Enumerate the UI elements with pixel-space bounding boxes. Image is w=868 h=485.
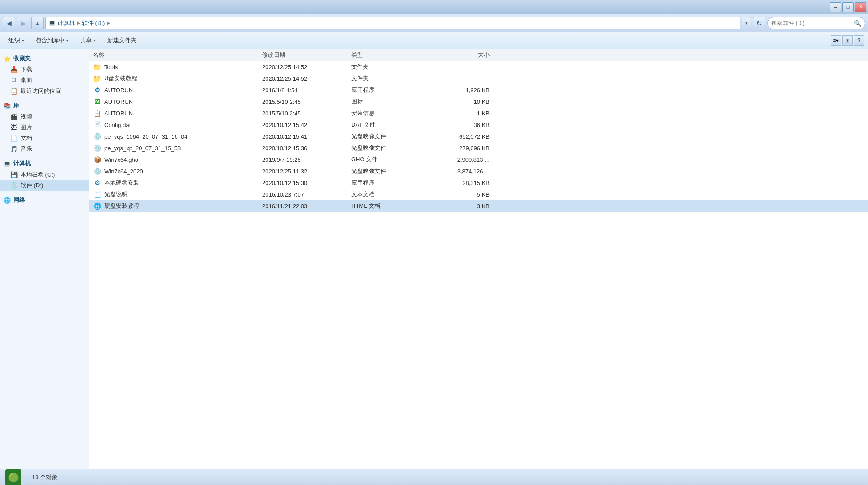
sidebar-item-documents[interactable]: 📄 文档 (0, 133, 89, 144)
sidebar-item-pictures[interactable]: 🖼 图片 (0, 122, 89, 133)
file-icon: 💿 (93, 167, 102, 176)
music-label: 音乐 (21, 145, 32, 153)
table-row[interactable]: 📄 Config.dat 2020/10/12 15:42 DAT 文件 36 … (89, 119, 868, 131)
sidebar-item-downloads[interactable]: 📥 下载 (0, 64, 89, 75)
sidebar-network-header[interactable]: 🌐 网络 (0, 194, 89, 206)
status-app-icon: 🟢 (5, 469, 21, 485)
file-name: U盘安装教程 (104, 74, 137, 82)
organize-button[interactable]: 组织 ▾ (4, 34, 29, 47)
table-row[interactable]: 💿 pe_yqs_1064_20_07_31_16_04 2020/10/12 … (89, 131, 868, 142)
file-size: 5 KB (423, 191, 490, 198)
sidebar-library-header[interactable]: 📚 库 (0, 100, 89, 111)
file-size: 3 KB (423, 203, 490, 210)
address-breadcrumb[interactable]: 💻 计算机 ▶ 软件 (D:) ▶ (45, 17, 740, 29)
sidebar-item-music[interactable]: 🎵 音乐 (0, 144, 89, 154)
recent-icon: 📋 (10, 87, 18, 95)
table-row[interactable]: 📦 Win7x64.gho 2019/9/7 19:25 GHO 文件 2,90… (89, 154, 868, 165)
share-arrow: ▾ (94, 38, 96, 43)
file-icon: 📁 (93, 74, 102, 83)
table-row[interactable]: 🌐 硬盘安装教程 2016/11/21 22:03 HTML 文档 3 KB (89, 200, 868, 212)
file-type: HTML 文档 (351, 202, 423, 210)
view-details-button[interactable]: ⊞ (842, 35, 853, 46)
col-header-name[interactable]: 名称 (93, 51, 262, 59)
drive-c-label: 本地磁盘 (C:) (21, 171, 55, 179)
search-icon[interactable]: 🔍 (854, 20, 861, 27)
file-type: GHO 文件 (351, 156, 423, 164)
drive-c-icon: 💾 (10, 171, 18, 179)
file-name: AUTORUN (104, 87, 133, 94)
file-size: 1,926 KB (423, 87, 490, 94)
archive-button[interactable]: 包含到库中 ▾ (31, 34, 74, 47)
col-header-date[interactable]: 修改日期 (262, 51, 351, 59)
sidebar-item-video[interactable]: 🎬 视频 (0, 111, 89, 122)
recent-label: 最近访问的位置 (21, 87, 61, 95)
refresh-button[interactable]: ↻ (753, 17, 765, 29)
close-button[interactable]: ✕ (855, 2, 866, 12)
file-area: 名称 修改日期 类型 大小 📁 Tools 2020/12/25 14:52 文… (89, 49, 868, 469)
file-type: 文件夹 (351, 74, 423, 82)
file-type: 文件夹 (351, 63, 423, 71)
file-name: Tools (104, 64, 118, 70)
table-row[interactable]: 📃 光盘说明 2016/10/23 7:07 文本文档 5 KB (89, 189, 868, 200)
downloads-icon: 📥 (10, 66, 18, 74)
file-icon: 🖼 (93, 97, 102, 106)
organize-arrow: ▾ (22, 38, 24, 43)
archive-label: 包含到库中 (36, 37, 65, 45)
sidebar-item-drive-d[interactable]: 💿 软件 (D:) (0, 180, 89, 191)
search-input[interactable] (771, 20, 852, 26)
share-button[interactable]: 共享 ▾ (75, 34, 101, 47)
file-date: 2015/5/10 2:45 (262, 110, 351, 117)
library-label: 库 (13, 102, 19, 110)
file-name: pe_yqs_1064_20_07_31_16_04 (104, 133, 188, 140)
new-folder-button[interactable]: 新建文件夹 (103, 34, 141, 47)
breadcrumb-computer[interactable]: 计算机 (58, 19, 75, 27)
pictures-icon: 🖼 (10, 123, 18, 132)
toolbar: 组织 ▾ 包含到库中 ▾ 共享 ▾ 新建文件夹 ≡▾ ⊞ ? (0, 32, 868, 49)
sidebar-section-library: 📚 库 🎬 视频 🖼 图片 📄 文档 🎵 音乐 (0, 100, 89, 154)
file-name: Win7x64_2020 (104, 168, 143, 175)
sidebar-item-desktop[interactable]: 🖥 桌面 (0, 75, 89, 86)
address-dropdown-button[interactable]: ▾ (742, 17, 751, 29)
view-list-button[interactable]: ≡▾ (831, 35, 841, 46)
forward-button[interactable]: ▶ (17, 17, 29, 29)
table-row[interactable]: 💿 Win7x64_2020 2020/12/25 11:32 光盘映像文件 3… (89, 165, 868, 177)
breadcrumb-sep-2: ▶ (107, 20, 110, 26)
file-type: 光盘映像文件 (351, 132, 423, 140)
sidebar-item-drive-c[interactable]: 💾 本地磁盘 (C:) (0, 169, 89, 180)
col-header-size[interactable]: 大小 (423, 51, 490, 59)
table-row[interactable]: 📁 U盘安装教程 2020/12/25 14:52 文件夹 (89, 73, 868, 84)
sidebar-item-recent[interactable]: 📋 最近访问的位置 (0, 86, 89, 96)
file-date: 2020/12/25 11:32 (262, 168, 351, 175)
table-row[interactable]: 📁 Tools 2020/12/25 14:52 文件夹 (89, 61, 868, 73)
table-row[interactable]: ⚙ 本地硬盘安装 2020/10/12 15:30 应用程序 28,315 KB (89, 177, 868, 189)
sidebar-favorites-header[interactable]: ⭐ 收藏夹 (0, 53, 89, 64)
file-date: 2020/12/25 14:52 (262, 64, 351, 70)
file-icon: 📄 (93, 120, 102, 129)
video-icon: 🎬 (10, 113, 18, 121)
file-type: 图标 (351, 98, 423, 106)
file-icon: 📃 (93, 190, 102, 199)
table-row[interactable]: 📋 AUTORUN 2015/5/10 2:45 安装信息 1 KB (89, 107, 868, 119)
main-layout: ⭐ 收藏夹 📥 下载 🖥 桌面 📋 最近访问的位置 📚 库 (0, 49, 868, 469)
up-button[interactable]: ▲ (31, 17, 44, 29)
file-size: 2,900,813 ... (423, 156, 490, 163)
archive-arrow: ▾ (66, 38, 69, 43)
help-button[interactable]: ? (854, 35, 864, 46)
table-row[interactable]: ⚙ AUTORUN 2016/1/8 4:54 应用程序 1,926 KB (89, 84, 868, 96)
breadcrumb-drive[interactable]: 软件 (D:) (82, 19, 105, 27)
computer-section-icon: 💻 (4, 160, 11, 167)
minimize-button[interactable]: ─ (830, 2, 841, 12)
computer-icon: 💻 (49, 20, 56, 26)
file-date: 2020/10/12 15:30 (262, 180, 351, 186)
file-icon: 🌐 (93, 201, 102, 210)
table-row[interactable]: 💿 pe_yqs_xp_20_07_31_15_53 2020/10/12 15… (89, 142, 868, 154)
video-label: 视频 (21, 113, 32, 121)
table-row[interactable]: 🖼 AUTORUN 2015/5/10 2:45 图标 10 KB (89, 96, 868, 107)
col-header-type[interactable]: 类型 (351, 51, 423, 59)
file-type: 光盘映像文件 (351, 167, 423, 175)
sidebar-computer-header[interactable]: 💻 计算机 (0, 158, 89, 169)
file-date: 2020/10/12 15:42 (262, 122, 351, 128)
back-button[interactable]: ◀ (3, 17, 15, 29)
network-icon: 🌐 (4, 197, 11, 204)
maximize-button[interactable]: □ (842, 2, 854, 12)
